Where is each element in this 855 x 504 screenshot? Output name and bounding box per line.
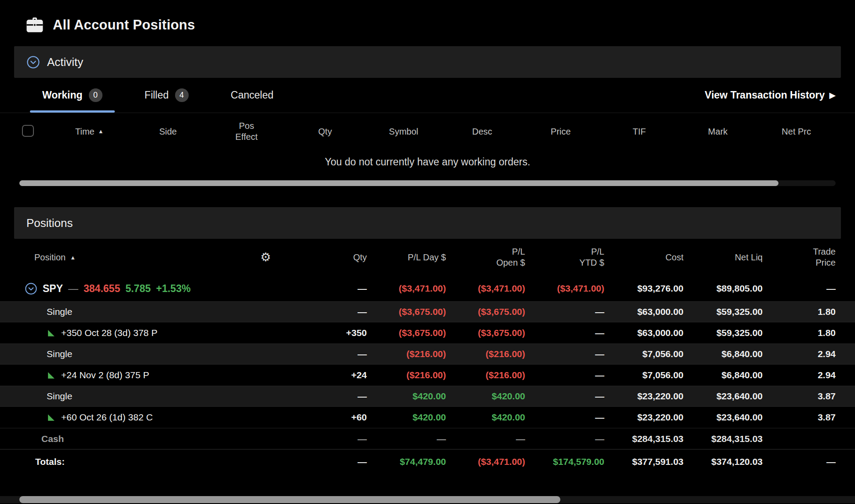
column-header-time[interactable]: Time ▲ [50,126,129,137]
leg-row-1[interactable]: +350 Oct 28 (3d) 378 P +350 ($3,675.00) … [0,322,855,343]
tab-filled[interactable]: Filled 4 [132,78,201,113]
cell-cost: $93,276.00 [604,283,683,294]
cell-cost: $377,591.03 [604,457,683,467]
totals-row: Totals: — $74,479.00 ($3,471.00) $174,57… [0,449,855,474]
cell-trade-price: 1.80 [763,307,836,317]
symbol-separator: — [68,283,78,295]
tab-working[interactable]: Working 0 [30,78,115,113]
column-header-tif: TIF [600,126,679,137]
column-header-desc: Desc [443,126,522,137]
cell-cost: $7,056.00 [604,370,683,380]
positions-header-row: Position ▲ ⚙ Qty P/L Day $ P/L Open $ P/… [0,239,855,276]
strategy-row-single-2[interactable]: Single — ($216.00) ($216.00) — $7,056.00… [0,343,855,365]
green-triangle-icon [47,413,56,422]
positions-scrollbar-thumb[interactable] [19,496,560,503]
select-all-checkbox[interactable] [22,125,34,137]
cell-cost: $284,315.03 [604,434,683,444]
activity-horizontal-scrollbar [19,180,836,186]
page-title: All Account Positions [53,17,195,33]
cell-trade-price: 3.87 [763,391,836,402]
cell-pl-open: $420.00 [446,412,525,423]
cell-cost: $63,000.00 [604,328,683,338]
column-header-pl-day: P/L Day $ [367,252,446,263]
cell-cost: $23,220.00 [604,412,683,423]
green-triangle-icon [47,371,56,380]
page-header: All Account Positions [0,0,855,33]
cell-trade-price: — [763,457,836,467]
leg-row-3[interactable]: +60 Oct 26 (1d) 382 C +60 $420.00 $420.0… [0,407,855,428]
leg-label: +60 Oct 26 (1d) 382 C [61,412,153,423]
activity-scrollbar-thumb[interactable] [19,180,778,186]
activity-section-header[interactable]: Activity [14,46,841,78]
leg-label-cell: +24 Nov 2 (8d) 375 P [19,370,248,380]
strategy-row-single-1[interactable]: Single — ($3,675.00) ($3,675.00) — $63,0… [0,301,855,322]
working-orders-header-row: Time ▲ Side Pos Effect Qty Symbol Desc P… [0,113,855,150]
collapse-symbol-icon[interactable] [25,282,37,295]
cell-qty: — [283,283,367,294]
cell-pl-open: ($3,471.00) [446,457,525,467]
cell-pl-day: — [367,434,446,444]
cell-net-liq: $59,325.00 [683,307,763,317]
cell-qty: +350 [283,328,367,338]
cell-trade-price: 1.80 [763,328,836,338]
column-header-position[interactable]: Position ▲ [19,252,248,263]
cash-label: Cash [19,434,248,444]
symbol-last-price: 384.655 [84,283,120,295]
cell-pl-day: ($216.00) [367,349,446,359]
column-header-cost: Cost [604,252,683,263]
sort-asc-icon: ▲ [70,254,76,261]
cell-pl-open: ($3,471.00) [446,283,525,294]
column-header-symbol: Symbol [364,126,443,137]
column-header-trade-price: Trade Price [763,246,836,268]
symbol-change-pct: +1.53% [156,283,191,295]
cash-row[interactable]: Cash — — — — $284,315.03 $284,315.03 [0,428,855,449]
strategy-label: Single [19,349,248,359]
tab-canceled[interactable]: Canceled [219,78,286,113]
positions-horizontal-scrollbar [0,496,855,503]
collapse-activity-icon[interactable] [26,55,40,69]
view-transaction-history-label: View Transaction History [705,89,825,101]
gear-icon[interactable]: ⚙ [260,251,271,264]
symbol-name: SPY [43,283,63,295]
leg-label: +24 Nov 2 (8d) 375 P [61,370,149,380]
cell-cost: $23,220.00 [604,391,683,402]
cell-cost: $7,056.00 [604,349,683,359]
cell-pl-open: $420.00 [446,391,525,402]
position-row-spy[interactable]: SPY — 384.655 5.785 +1.53% — ($3,471.00)… [0,276,855,301]
tab-working-label: Working [42,89,83,101]
cell-net-liq: $6,840.00 [683,370,763,380]
cell-net-liq: $23,640.00 [683,412,763,423]
cell-pl-ytd: $174,579.00 [525,457,604,467]
leg-row-2[interactable]: +24 Nov 2 (8d) 375 P +24 ($216.00) ($216… [0,365,855,386]
view-transaction-history-link[interactable]: View Transaction History ▶ [705,89,836,101]
column-header-net-prc: Net Prc [757,126,836,137]
cell-net-liq: $59,325.00 [683,328,763,338]
working-orders-empty-message: You do not currently have any working or… [0,150,855,171]
column-header-pos-effect: Pos Effect [207,121,286,142]
strategy-row-single-3[interactable]: Single — $420.00 $420.00 — $23,220.00 $2… [0,386,855,407]
positions-title: Positions [26,216,73,230]
cell-net-liq: $23,640.00 [683,391,763,402]
cell-pl-ytd: — [525,370,604,380]
cell-pl-ytd: — [525,391,604,402]
column-header-pl-ytd: P/L YTD $ [525,246,604,268]
green-triangle-icon [47,329,56,338]
cell-pl-open: ($3,675.00) [446,307,525,317]
tab-canceled-label: Canceled [231,89,274,101]
tab-filled-badge: 4 [175,88,189,102]
cell-trade-price: 2.94 [763,370,836,380]
column-header-qty: Qty [286,126,365,137]
cell-pl-ytd: — [525,412,604,423]
cell-pl-open: ($216.00) [446,349,525,359]
column-header-mark: Mark [679,126,757,137]
cell-qty: — [283,391,367,402]
tab-filled-label: Filled [145,89,169,101]
briefcase-icon [26,17,44,33]
strategy-label: Single [19,391,248,402]
cell-pl-day: $74,479.00 [367,457,446,467]
column-header-qty: Qty [283,252,367,263]
activity-tabs: Working 0 Filled 4 Canceled View Transac… [0,78,855,113]
cell-cost: $63,000.00 [604,307,683,317]
leg-label: +350 Oct 28 (3d) 378 P [61,328,157,338]
cell-net-liq: $284,315.03 [683,434,763,444]
